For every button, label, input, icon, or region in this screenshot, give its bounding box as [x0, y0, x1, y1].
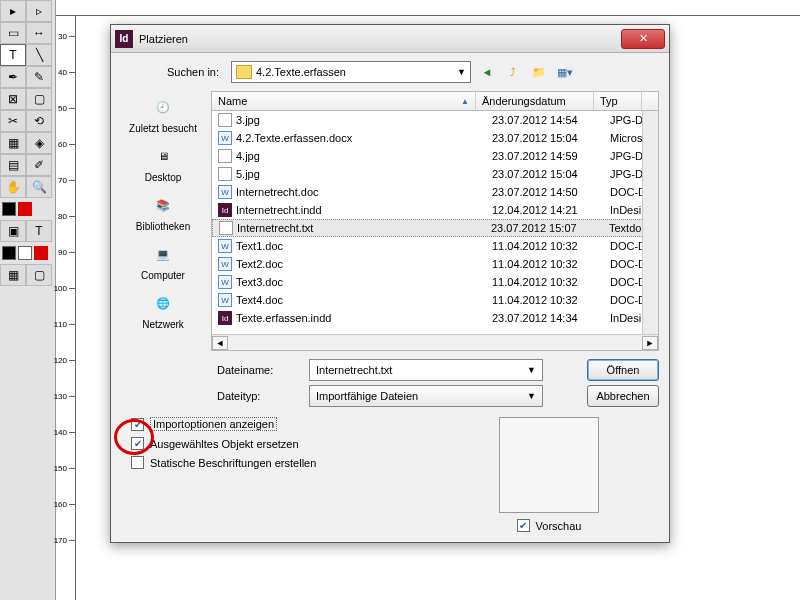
tool-gradient[interactable]: ▦ [0, 132, 26, 154]
tool-rect[interactable]: ▢ [26, 88, 52, 110]
tool-note[interactable]: ▤ [0, 154, 26, 176]
file-icon: Id [218, 203, 232, 217]
file-icon: W [218, 275, 232, 289]
chevron-down-icon: ▼ [527, 365, 536, 375]
titlebar[interactable]: Id Platzieren ✕ [111, 25, 669, 53]
file-name: 4.jpg [236, 150, 260, 162]
scroll-right-icon[interactable]: ► [642, 336, 658, 350]
file-row[interactable]: 3.jpg23.07.2012 14:54JPG-Da [212, 111, 658, 129]
file-row[interactable]: WInternetrecht.doc23.07.2012 14:50DOC-D [212, 183, 658, 201]
file-name: 4.2.Texte.erfassen.docx [236, 132, 352, 144]
opt-static-check[interactable]: Statische Beschriftungen erstellen [131, 456, 316, 469]
shortcut-desktop[interactable]: 🖥Desktop [121, 140, 205, 185]
tool-scissors[interactable]: ✂ [0, 110, 26, 132]
ruler-horizontal [56, 0, 800, 16]
open-button[interactable]: Öffnen [587, 359, 659, 381]
color-none[interactable] [34, 246, 48, 260]
apply-text[interactable]: T [26, 220, 52, 242]
file-icon: W [218, 185, 232, 199]
chevron-down-icon: ▼ [457, 67, 466, 77]
file-date: 23.07.2012 15:04 [492, 132, 610, 144]
file-row[interactable]: IdTexte.erfassen.indd23.07.2012 14:34InD… [212, 309, 658, 327]
file-name: Text2.doc [236, 258, 283, 270]
dialog-title: Platzieren [139, 33, 621, 45]
file-date: 23.07.2012 14:50 [492, 186, 610, 198]
fill-swatch[interactable] [2, 202, 16, 216]
filename-label: Dateiname: [121, 364, 301, 376]
file-icon: Id [218, 311, 232, 325]
tool-pencil[interactable]: ✎ [26, 66, 52, 88]
indesign-icon: Id [115, 30, 133, 48]
file-date: 23.07.2012 14:59 [492, 150, 610, 162]
view-normal[interactable]: ▦ [0, 264, 26, 286]
preview-check[interactable]: ✔Vorschau [517, 519, 582, 532]
tool-zoom[interactable]: 🔍 [26, 176, 52, 198]
color-black[interactable] [2, 246, 16, 260]
file-name: 3.jpg [236, 114, 260, 126]
shortcut-network[interactable]: 🌐Netzwerk [121, 287, 205, 332]
new-folder-icon[interactable]: 📁 [529, 62, 549, 82]
col-type[interactable]: Typ [594, 92, 642, 110]
tool-page[interactable]: ▭ [0, 22, 26, 44]
file-row[interactable]: 4.jpg23.07.2012 14:59JPG-Da [212, 147, 658, 165]
close-button[interactable]: ✕ [621, 29, 665, 49]
col-name[interactable]: Name▲ [212, 92, 476, 110]
col-date[interactable]: Änderungsdatum [476, 92, 594, 110]
file-row[interactable]: 5.jpg23.07.2012 15:04JPG-Da [212, 165, 658, 183]
file-row[interactable]: W4.2.Texte.erfassen.docx23.07.2012 15:04… [212, 129, 658, 147]
tool-rect-frame[interactable]: ⊠ [0, 88, 26, 110]
file-name: Internetrecht.txt [237, 222, 313, 234]
file-date: 23.07.2012 14:34 [492, 312, 610, 324]
tool-transform[interactable]: ⟲ [26, 110, 52, 132]
scrollbar-vertical[interactable] [642, 111, 658, 334]
shortcut-recent[interactable]: 🕘Zuletzt besucht [121, 91, 205, 136]
tool-direct[interactable]: ▹ [26, 0, 52, 22]
tool-line[interactable]: ╲ [26, 44, 52, 66]
file-list[interactable]: 3.jpg23.07.2012 14:54JPG-DaW4.2.Texte.er… [211, 111, 659, 351]
view-menu-icon[interactable]: ▦▾ [555, 62, 575, 82]
tool-gap[interactable]: ↔ [26, 22, 52, 44]
up-icon[interactable]: ⤴ [503, 62, 523, 82]
file-name: Internetrecht.indd [236, 204, 322, 216]
filetype-label: Dateityp: [121, 390, 301, 402]
filetype-field[interactable]: Importfähige Dateien▼ [309, 385, 543, 407]
file-icon: W [218, 131, 232, 145]
chevron-down-icon: ▼ [527, 391, 536, 401]
folder-icon [236, 65, 252, 79]
tool-hand[interactable]: ✋ [0, 176, 26, 198]
back-icon[interactable]: ◄ [477, 62, 497, 82]
file-date: 12.04.2012 14:21 [492, 204, 610, 216]
opt-import-check[interactable]: ✔Importoptionen anzeigen [131, 417, 316, 431]
file-icon: W [218, 293, 232, 307]
tool-selection[interactable]: ▸ [0, 0, 26, 22]
scroll-track[interactable] [228, 336, 642, 350]
file-icon [218, 149, 232, 163]
tool-eyedropper[interactable]: ✐ [26, 154, 52, 176]
file-row[interactable]: WText1.doc11.04.2012 10:32DOC-D [212, 237, 658, 255]
file-row[interactable]: WText2.doc11.04.2012 10:32DOC-D [212, 255, 658, 273]
file-name: Text1.doc [236, 240, 283, 252]
file-row[interactable]: IdInternetrecht.indd12.04.2012 14:21InDe… [212, 201, 658, 219]
tool-pen[interactable]: ✒ [0, 66, 26, 88]
shortcut-libraries[interactable]: 📚Bibliotheken [121, 189, 205, 234]
scroll-left-icon[interactable]: ◄ [212, 336, 228, 350]
lookin-value: 4.2.Texte.erfassen [256, 66, 346, 78]
file-icon: W [218, 239, 232, 253]
apply-container[interactable]: ▣ [0, 220, 26, 242]
view-preview[interactable]: ▢ [26, 264, 52, 286]
cancel-button[interactable]: Abbrechen [587, 385, 659, 407]
file-name: Texte.erfassen.indd [236, 312, 331, 324]
preview-box [499, 417, 599, 513]
opt-replace-check[interactable]: ✔Ausgewähltes Objekt ersetzen [131, 437, 316, 450]
shortcut-computer[interactable]: 💻Computer [121, 238, 205, 283]
lookin-combo[interactable]: 4.2.Texte.erfassen ▼ [231, 61, 471, 83]
file-row[interactable]: WText4.doc11.04.2012 10:32DOC-D [212, 291, 658, 309]
stroke-swatch[interactable] [18, 202, 32, 216]
color-white[interactable] [18, 246, 32, 260]
scrollbar-horizontal[interactable]: ◄ ► [212, 334, 658, 350]
tool-feather[interactable]: ◈ [26, 132, 52, 154]
file-row[interactable]: WText3.doc11.04.2012 10:32DOC-D [212, 273, 658, 291]
file-row[interactable]: Internetrecht.txt23.07.2012 15:07Textdo [212, 219, 658, 237]
tool-type[interactable]: T [0, 44, 26, 66]
filename-field[interactable]: Internetrecht.txt▼ [309, 359, 543, 381]
